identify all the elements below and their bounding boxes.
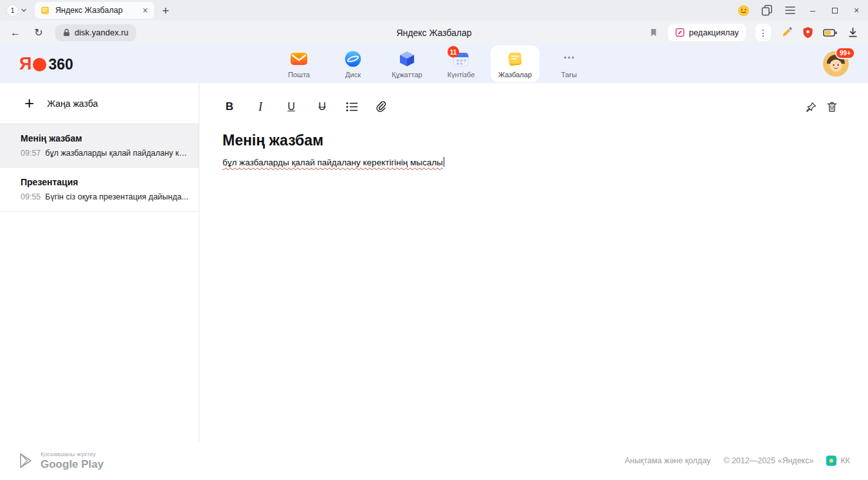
note-item-preview: бұл жазбаларды қалай пайдалану ке...	[45, 149, 190, 158]
delete-note-button[interactable]	[827, 101, 837, 113]
page-footer: Қосымшаны жүктеу Google Play Анықтама жә…	[0, 441, 868, 480]
service-notes[interactable]: Жазбалар	[491, 46, 539, 82]
lock-icon	[63, 28, 70, 37]
toolbar-right-controls: редакциялау ⋮	[649, 24, 859, 41]
page-menu-button[interactable]: ⋮	[755, 24, 771, 41]
notes-icon	[506, 50, 524, 68]
note-item-title: Презентация	[21, 177, 190, 187]
google-play-icon	[18, 452, 33, 469]
note-item-time: 09:55	[21, 192, 41, 201]
new-note-button[interactable]: + Жаңа жазба	[0, 83, 199, 124]
tab-close-icon[interactable]: ×	[141, 5, 149, 15]
page-title: Яндекс Жазбалар	[396, 28, 471, 38]
text-cursor	[444, 157, 445, 167]
footer-links: Анықтама және қолдау © 2012—2025 «Яндекс…	[625, 456, 850, 466]
note-actions	[806, 101, 837, 113]
more-icon	[560, 50, 578, 68]
note-title[interactable]: Менің жазбам	[222, 132, 837, 149]
mail-icon	[290, 50, 308, 68]
note-item-time: 09:57	[21, 149, 41, 158]
service-more[interactable]: Тағы	[545, 46, 593, 82]
documents-icon	[398, 50, 416, 68]
address-bar[interactable]: disk.yandex.ru	[55, 24, 136, 41]
service-mail[interactable]: Пошта	[275, 46, 323, 82]
logo-ya-letter: Я	[19, 54, 31, 74]
logo-circle-icon	[33, 58, 46, 71]
service-label: Диск	[345, 71, 361, 78]
new-note-label: Жаңа жазба	[47, 98, 98, 109]
download-app-label: Қосымшаны жүктеу	[41, 450, 104, 457]
tab-title: Яндекс Жазбалар	[55, 6, 136, 15]
browser-tab[interactable]: Яндекс Жазбалар ×	[35, 2, 154, 19]
edit-page-button[interactable]: редакциялау	[668, 24, 746, 41]
browser-tab-strip: 1 Яндекс Жазбалар × + – ×	[0, 0, 868, 21]
notifications-badge: 99+	[835, 47, 855, 59]
strikethrough-button[interactable]: U	[315, 101, 329, 113]
maximize-button[interactable]	[829, 8, 840, 14]
url-text: disk.yandex.ru	[75, 28, 129, 37]
google-play-link[interactable]: Қосымшаны жүктеу Google Play	[18, 450, 104, 471]
browser-toolbar: ← ↻ disk.yandex.ru Яндекс Жазбалар редак…	[0, 21, 868, 44]
note-editor: B I U U Менің жазбам бұл жазбаларды қала	[199, 83, 868, 441]
reload-button[interactable]: ↻	[32, 26, 45, 39]
chevron-down-icon	[21, 7, 27, 14]
underline-button[interactable]: U	[284, 101, 298, 113]
main-content: + Жаңа жазба Менің жазбам 09:57 бұл жазб…	[0, 83, 868, 441]
service-label: Күнтізбе	[448, 71, 475, 78]
copyright: © 2012—2025 «Яндекс»	[723, 456, 813, 465]
service-documents[interactable]: Құжаттар	[383, 46, 431, 82]
yandex-360-header: Я 360 Пошта	[0, 44, 868, 83]
logo-360-label: 360	[48, 56, 73, 73]
service-label: Пошта	[288, 71, 310, 78]
editor-toolbar: B I U U	[222, 97, 837, 116]
edit-page-label: редакциялау	[689, 28, 739, 37]
edit-pencil-icon	[675, 28, 685, 37]
attach-button[interactable]	[375, 101, 386, 113]
notes-favicon-icon	[40, 5, 50, 15]
close-window-button[interactable]: ×	[851, 5, 862, 15]
browser-menu-icon[interactable]	[784, 6, 796, 15]
yandex-360-logo[interactable]: Я 360	[19, 54, 73, 74]
bookmark-icon[interactable]	[649, 28, 658, 37]
pin-note-button[interactable]	[806, 102, 817, 113]
note-body[interactable]: бұл жазбаларды қалай пайдалану керектігі…	[222, 157, 837, 167]
note-list-item[interactable]: Менің жазбам 09:57 бұл жазбаларды қалай …	[0, 124, 199, 168]
service-calendar[interactable]: 11 Күнтізбе	[437, 46, 485, 82]
language-flag-icon	[826, 456, 836, 466]
tabstrip-right-controls: – ×	[737, 0, 862, 21]
tab-count-label: 1	[6, 5, 19, 17]
note-item-title: Менің жазбам	[21, 133, 190, 143]
service-disk[interactable]: Диск	[329, 46, 377, 82]
new-tab-button[interactable]: +	[162, 5, 169, 17]
bullet-list-button[interactable]	[346, 102, 358, 112]
service-label: Құжаттар	[392, 71, 422, 78]
note-body-text: бұл жазбаларды қалай пайдалану керектігі…	[222, 158, 443, 167]
service-label: Жазбалар	[498, 71, 532, 78]
back-button[interactable]: ←	[9, 27, 22, 39]
disk-icon	[344, 50, 362, 68]
language-switcher[interactable]: КК	[826, 456, 850, 466]
battery-icon[interactable]	[823, 28, 837, 37]
help-link[interactable]: Анықтама және қолдау	[625, 456, 711, 465]
minimize-button[interactable]: –	[808, 5, 818, 15]
bold-button[interactable]: B	[222, 100, 237, 113]
notes-sidebar: + Жаңа жазба Менің жазбам 09:57 бұл жазб…	[0, 83, 199, 441]
services-nav: Пошта Диск Құжаттар	[275, 46, 593, 82]
panels-icon[interactable]	[761, 5, 773, 16]
promo-icon[interactable]	[737, 5, 750, 17]
protect-shield-icon[interactable]	[802, 26, 813, 39]
calendar-badge: 11	[448, 46, 459, 58]
plus-icon: +	[24, 97, 34, 110]
italic-button[interactable]: I	[253, 100, 267, 114]
language-label: КК	[840, 456, 850, 465]
user-avatar[interactable]: 99+	[823, 51, 849, 77]
maximize-icon	[832, 8, 838, 14]
note-item-preview: Бүгін сіз оқуға презентация дайында...	[45, 192, 188, 201]
tab-counter[interactable]: 1	[6, 5, 27, 17]
google-play-label: Google Play	[41, 458, 104, 471]
service-label: Тағы	[561, 71, 577, 78]
note-list-item[interactable]: Презентация 09:55 Бүгін сіз оқуға презен…	[0, 168, 199, 212]
pen-icon[interactable]	[781, 26, 793, 39]
download-icon[interactable]	[847, 26, 859, 39]
